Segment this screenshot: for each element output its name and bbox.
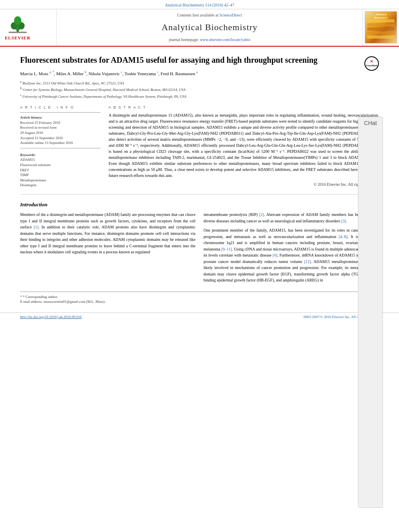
intro-right-para-1: intramembrane proteolysis (RIP) [2]. Abe…: [204, 212, 379, 224]
ref-3: [3]: [341, 219, 346, 223]
right-column: A B S T R A C T A disintegrin and metall…: [109, 105, 379, 188]
elsevier-text: ELSEVIER: [5, 35, 31, 41]
cover-title-text: Analytical Biochemistry: [374, 13, 388, 19]
article-content: ✕ CrossMark Fluorescent substrates for A…: [0, 47, 399, 312]
bottom-bar: http://dx.doi.org/10.1016/j.ab.2016.09.0…: [0, 312, 399, 321]
doi-link[interactable]: http://dx.doi.org/10.1016/j.ab.2016.09.0…: [20, 314, 82, 320]
svg-rect-10: [367, 35, 395, 39]
journal-title-area: Contents lists available at ScienceDirec…: [56, 9, 363, 46]
svg-rect-9: [367, 31, 395, 35]
journal-title: Analytical Biochemistry: [162, 21, 258, 34]
crossmark-label: CrossMark: [366, 64, 377, 67]
article-info-abstract: A R T I C L E I N F O Article history: R…: [20, 105, 379, 188]
ref-2: [2]: [259, 212, 264, 217]
svg-rect-6: [367, 19, 395, 23]
crossmark-badge: ✕ CrossMark: [364, 56, 379, 71]
article-history-label: Article history:: [20, 115, 101, 120]
elsevier-logo-area: ELSEVIER: [0, 9, 56, 46]
chat-label[interactable]: CHat: [358, 117, 383, 508]
received-date: Received 25 February 2016: [20, 120, 101, 125]
copyright-notice: © 2016 Elsevier Inc. All rights reserved…: [109, 182, 379, 187]
homepage-link[interactable]: www.elsevier.com/locate/yabio: [200, 37, 250, 42]
sciencedirect-link[interactable]: ScienceDirect: [219, 13, 242, 17]
journal-reference-bar: Analytical Biochemistry 514 (2016) 42–47: [0, 0, 399, 9]
affiliation-b: b Center for Systems Biology, Massachuse…: [20, 86, 379, 92]
journal-header: ELSEVIER Contents lists available at Sci…: [0, 9, 399, 47]
svg-rect-5: [8, 31, 27, 33]
intro-right-col: intramembrane proteolysis (RIP) [2]. Abe…: [204, 212, 379, 283]
cover-decoration-icon: [367, 19, 395, 39]
ref-4-8: [4–8]: [339, 234, 348, 239]
ref-1: [1]: [34, 225, 39, 229]
intro-title: Introduction: [20, 201, 379, 208]
journal-cover-image: Analytical Biochemistry: [365, 11, 397, 43]
section-divider: [20, 194, 379, 195]
footnote-area: * * Corresponding author. E-mail address…: [20, 292, 379, 304]
article-title: Fluorescent substrates for ADAM15 useful…: [20, 55, 379, 65]
crossmark-badge-area: ✕ CrossMark: [364, 56, 379, 71]
authors-line: Marcia L. Moss a, *, Miles A. Miller b, …: [20, 70, 379, 77]
journal-ref-text: Analytical Biochemistry 514 (2016) 42–47: [165, 3, 234, 7]
affiliation-c: c University of Pittsburgh Cancer Instit…: [20, 93, 379, 99]
ref-6: [6]: [273, 253, 278, 257]
elsevier-tree-icon: [6, 14, 30, 34]
accepted-date: Accepted 12 September 2016: [20, 136, 101, 141]
keywords-label: Keywords:: [20, 152, 101, 158]
ref-9-11: [9–11]: [221, 247, 232, 251]
contents-line: Contents lists available at ScienceDirec…: [177, 12, 242, 18]
available-date: Available online 13 September 2016: [20, 140, 101, 146]
abstract-section-label: A B S T R A C T: [109, 105, 379, 110]
intro-left-para: Members of the a disintegrin and metallo…: [20, 212, 195, 255]
svg-point-4: [14, 16, 21, 25]
intro-body-columns: Members of the a disintegrin and metallo…: [20, 212, 379, 283]
article-info-box: Article history: Received 25 February 20…: [20, 112, 101, 148]
journal-homepage: journal homepage: www.elsevier.com/locat…: [169, 37, 251, 43]
intro-left-col: Members of the a disintegrin and metallo…: [20, 212, 195, 283]
article-title-section: ✕ CrossMark Fluorescent substrates for A…: [20, 55, 379, 65]
footnote-star: * * Corresponding author.: [20, 294, 379, 300]
received-revised-date: Received in revised form 29 August 2016: [20, 125, 101, 135]
left-column: A R T I C L E I N F O Article history: R…: [20, 105, 101, 188]
intro-right-para-2: One prominent member of the family, ADAM…: [204, 227, 379, 283]
abstract-text: A disintegrin and metalloproteinase 15 (…: [109, 112, 379, 179]
elsevier-logo: ELSEVIER: [5, 14, 31, 41]
footnote-email: E-mail address: mossscientist01@gmail.co…: [20, 299, 379, 304]
svg-rect-8: [367, 27, 395, 31]
journal-cover-area: Analytical Biochemistry: [363, 9, 399, 46]
ref-12: [12]: [304, 259, 311, 264]
svg-rect-7: [367, 23, 395, 27]
affiliations: a BioZyme Inc, 1513 Old White Oak Church…: [20, 80, 379, 99]
page: Analytical Biochemistry 514 (2016) 42–47…: [0, 0, 399, 321]
introduction-section: Introduction Members of the a disintegri…: [20, 201, 379, 283]
article-info-label: A R T I C L E I N F O: [20, 105, 101, 110]
keywords-list: ADAM15Fluorescent substrateFRETTIMPMetal…: [20, 157, 101, 188]
keywords-section: Keywords: ADAM15Fluorescent substrateFRE…: [20, 152, 101, 188]
affiliation-a: a BioZyme Inc, 1513 Old White Oak Church…: [20, 80, 379, 86]
